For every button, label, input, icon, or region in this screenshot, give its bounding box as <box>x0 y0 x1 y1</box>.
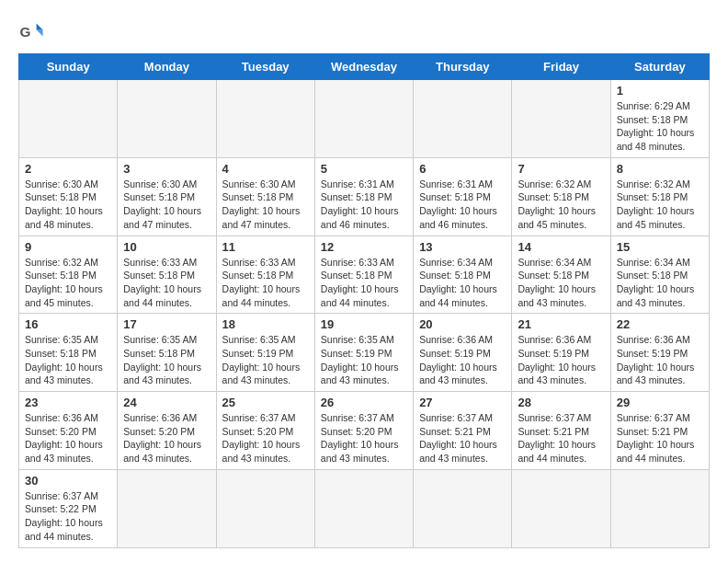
calendar-cell: 27Sunrise: 6:37 AMSunset: 5:21 PMDayligh… <box>414 392 512 470</box>
calendar-cell <box>610 469 709 547</box>
day-number: 7 <box>518 162 604 176</box>
calendar-cell: 25Sunrise: 6:37 AMSunset: 5:20 PMDayligh… <box>216 392 314 470</box>
logo: G <box>18 18 48 44</box>
calendar-cell: 22Sunrise: 6:36 AMSunset: 5:19 PMDayligh… <box>610 314 709 392</box>
day-number: 30 <box>25 474 111 488</box>
week-row-1: 2Sunrise: 6:30 AMSunset: 5:18 PMDaylight… <box>19 157 710 236</box>
header-cell-wednesday: Wednesday <box>314 54 413 80</box>
day-number: 16 <box>25 317 111 331</box>
day-number: 13 <box>419 240 506 254</box>
day-info: Sunrise: 6:35 AMSunset: 5:18 PMDaylight:… <box>25 333 111 387</box>
calendar-cell: 18Sunrise: 6:35 AMSunset: 5:19 PMDayligh… <box>216 314 314 392</box>
day-info: Sunrise: 6:36 AMSunset: 5:20 PMDaylight:… <box>123 411 210 465</box>
day-info: Sunrise: 6:33 AMSunset: 5:18 PMDaylight:… <box>222 256 309 310</box>
calendar-cell: 19Sunrise: 6:35 AMSunset: 5:19 PMDayligh… <box>314 314 413 392</box>
calendar-cell <box>19 80 118 158</box>
page-header: G <box>18 18 710 44</box>
header-cell-tuesday: Tuesday <box>216 54 314 80</box>
day-number: 17 <box>123 317 210 331</box>
calendar-cell <box>118 80 216 158</box>
calendar-cell: 10Sunrise: 6:33 AMSunset: 5:18 PMDayligh… <box>118 236 216 314</box>
calendar-cell: 26Sunrise: 6:37 AMSunset: 5:20 PMDayligh… <box>314 392 413 470</box>
calendar-cell: 30Sunrise: 6:37 AMSunset: 5:22 PMDayligh… <box>19 469 118 547</box>
calendar-cell: 28Sunrise: 6:37 AMSunset: 5:21 PMDayligh… <box>512 392 610 470</box>
day-info: Sunrise: 6:33 AMSunset: 5:18 PMDaylight:… <box>123 256 210 310</box>
calendar-body: 1Sunrise: 6:29 AMSunset: 5:18 PMDaylight… <box>19 80 710 548</box>
header-row: SundayMondayTuesdayWednesdayThursdayFrid… <box>19 54 710 80</box>
day-number: 14 <box>518 240 604 254</box>
day-info: Sunrise: 6:37 AMSunset: 5:21 PMDaylight:… <box>518 411 604 465</box>
calendar-cell: 7Sunrise: 6:32 AMSunset: 5:18 PMDaylight… <box>512 157 610 236</box>
svg-text:G: G <box>19 24 30 40</box>
day-number: 11 <box>222 240 309 254</box>
day-info: Sunrise: 6:35 AMSunset: 5:18 PMDaylight:… <box>123 333 210 387</box>
logo-icon: G <box>18 18 44 44</box>
day-info: Sunrise: 6:32 AMSunset: 5:18 PMDaylight:… <box>518 178 604 232</box>
calendar-cell <box>414 80 512 158</box>
calendar-cell: 5Sunrise: 6:31 AMSunset: 5:18 PMDaylight… <box>314 157 413 236</box>
week-row-2: 9Sunrise: 6:32 AMSunset: 5:18 PMDaylight… <box>19 236 710 314</box>
calendar-cell <box>216 80 314 158</box>
calendar-cell: 3Sunrise: 6:30 AMSunset: 5:18 PMDaylight… <box>118 157 216 236</box>
calendar-cell: 15Sunrise: 6:34 AMSunset: 5:18 PMDayligh… <box>610 236 709 314</box>
calendar-cell: 12Sunrise: 6:33 AMSunset: 5:18 PMDayligh… <box>314 236 413 314</box>
calendar-cell: 14Sunrise: 6:34 AMSunset: 5:18 PMDayligh… <box>512 236 610 314</box>
calendar-cell <box>512 469 610 547</box>
calendar-header: SundayMondayTuesdayWednesdayThursdayFrid… <box>19 54 710 80</box>
day-number: 2 <box>25 162 111 176</box>
day-number: 3 <box>123 162 210 176</box>
header-cell-sunday: Sunday <box>19 54 118 80</box>
calendar-cell: 21Sunrise: 6:36 AMSunset: 5:19 PMDayligh… <box>512 314 610 392</box>
calendar-cell: 9Sunrise: 6:32 AMSunset: 5:18 PMDaylight… <box>19 236 118 314</box>
calendar-cell <box>314 80 413 158</box>
day-info: Sunrise: 6:30 AMSunset: 5:18 PMDaylight:… <box>123 178 210 232</box>
day-number: 18 <box>222 317 309 331</box>
day-number: 4 <box>222 162 309 176</box>
day-info: Sunrise: 6:29 AMSunset: 5:18 PMDaylight:… <box>617 99 703 154</box>
calendar-cell: 11Sunrise: 6:33 AMSunset: 5:18 PMDayligh… <box>216 236 314 314</box>
day-number: 8 <box>617 162 703 176</box>
day-info: Sunrise: 6:36 AMSunset: 5:19 PMDaylight:… <box>518 333 604 387</box>
day-number: 27 <box>419 396 506 409</box>
day-number: 20 <box>419 317 506 331</box>
day-info: Sunrise: 6:34 AMSunset: 5:18 PMDaylight:… <box>518 256 604 310</box>
svg-marker-1 <box>37 24 43 30</box>
day-info: Sunrise: 6:36 AMSunset: 5:19 PMDaylight:… <box>617 333 703 387</box>
day-number: 1 <box>617 84 703 98</box>
day-number: 26 <box>321 396 407 409</box>
header-cell-thursday: Thursday <box>414 54 512 80</box>
calendar-cell: 6Sunrise: 6:31 AMSunset: 5:18 PMDaylight… <box>414 157 512 236</box>
calendar-cell: 1Sunrise: 6:29 AMSunset: 5:18 PMDaylight… <box>610 80 709 158</box>
day-info: Sunrise: 6:30 AMSunset: 5:18 PMDaylight:… <box>222 178 309 232</box>
day-info: Sunrise: 6:33 AMSunset: 5:18 PMDaylight:… <box>321 256 407 310</box>
calendar-cell <box>216 469 314 547</box>
calendar-cell: 17Sunrise: 6:35 AMSunset: 5:18 PMDayligh… <box>118 314 216 392</box>
calendar-cell: 13Sunrise: 6:34 AMSunset: 5:18 PMDayligh… <box>414 236 512 314</box>
day-number: 24 <box>123 396 210 409</box>
day-number: 10 <box>123 240 210 254</box>
calendar-cell: 20Sunrise: 6:36 AMSunset: 5:19 PMDayligh… <box>414 314 512 392</box>
day-info: Sunrise: 6:34 AMSunset: 5:18 PMDaylight:… <box>617 256 703 310</box>
header-cell-friday: Friday <box>512 54 610 80</box>
week-row-5: 30Sunrise: 6:37 AMSunset: 5:22 PMDayligh… <box>19 469 710 547</box>
calendar-cell: 2Sunrise: 6:30 AMSunset: 5:18 PMDaylight… <box>19 157 118 236</box>
day-info: Sunrise: 6:37 AMSunset: 5:20 PMDaylight:… <box>321 411 407 465</box>
day-number: 15 <box>617 240 703 254</box>
day-info: Sunrise: 6:30 AMSunset: 5:18 PMDaylight:… <box>25 178 111 232</box>
calendar-cell <box>118 469 216 547</box>
day-info: Sunrise: 6:35 AMSunset: 5:19 PMDaylight:… <box>222 333 309 387</box>
day-info: Sunrise: 6:32 AMSunset: 5:18 PMDaylight:… <box>25 256 111 310</box>
header-cell-saturday: Saturday <box>610 54 709 80</box>
day-info: Sunrise: 6:37 AMSunset: 5:21 PMDaylight:… <box>419 411 506 465</box>
calendar-cell <box>314 469 413 547</box>
calendar-table: SundayMondayTuesdayWednesdayThursdayFrid… <box>18 53 710 548</box>
day-info: Sunrise: 6:36 AMSunset: 5:20 PMDaylight:… <box>25 411 111 465</box>
day-number: 29 <box>617 396 703 409</box>
calendar-cell: 8Sunrise: 6:32 AMSunset: 5:18 PMDaylight… <box>610 157 709 236</box>
header-cell-monday: Monday <box>118 54 216 80</box>
day-info: Sunrise: 6:31 AMSunset: 5:18 PMDaylight:… <box>419 178 506 232</box>
day-number: 6 <box>419 162 506 176</box>
day-number: 21 <box>518 317 604 331</box>
day-info: Sunrise: 6:32 AMSunset: 5:18 PMDaylight:… <box>617 178 703 232</box>
day-info: Sunrise: 6:37 AMSunset: 5:20 PMDaylight:… <box>222 411 309 465</box>
